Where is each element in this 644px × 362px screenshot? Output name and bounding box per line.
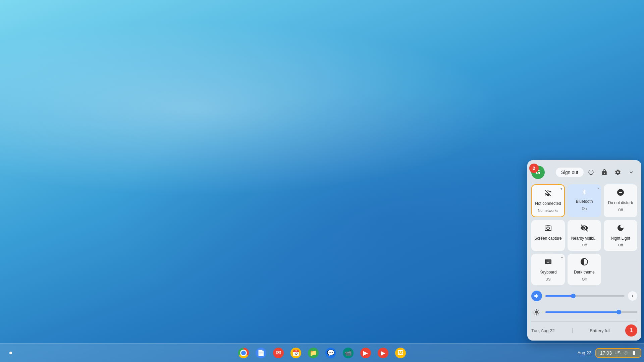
screen-capture-icon xyxy=(544,224,552,234)
taskbar-apps: 📄 ✉ 📅 📁 💬 📹 ▶ xyxy=(235,345,409,361)
dnd-tile[interactable]: Do not disturb Off xyxy=(604,184,637,217)
bluetooth-icon xyxy=(581,188,587,197)
messages-icon: 💬 xyxy=(325,348,336,358)
play-app[interactable]: ▶ xyxy=(358,345,374,361)
chrome-app[interactable] xyxy=(235,345,252,361)
keyboard-icon xyxy=(544,258,552,268)
notification-count-button[interactable]: 1 xyxy=(625,324,637,337)
meet-app[interactable]: 📹 xyxy=(340,345,356,361)
chrome-icon xyxy=(238,348,249,358)
launcher-icon xyxy=(9,352,12,354)
qs-separator: | xyxy=(572,327,573,334)
bluetooth-sublabel: On xyxy=(582,206,587,210)
battery-icon xyxy=(631,350,637,356)
play-icon: ▶ xyxy=(360,348,371,358)
wifi-expand-icon: ▾ xyxy=(560,187,562,191)
sign-out-button[interactable]: Sign out xyxy=(556,168,584,177)
messages-app[interactable]: 💬 xyxy=(323,345,339,361)
power-button[interactable] xyxy=(585,166,597,178)
settings-icon xyxy=(614,169,621,176)
brightness-slider-row xyxy=(531,305,637,319)
dnd-sublabel: Off xyxy=(618,208,623,212)
bluetooth-expand-icon: ▾ xyxy=(597,186,599,190)
keyboard-expand-icon: ▾ xyxy=(561,256,563,259)
qs-header: 2 G Sign out xyxy=(531,164,637,180)
dark-theme-sublabel: Off xyxy=(582,277,587,281)
gmail-icon: ✉ xyxy=(273,348,284,358)
desktop: 📄 ✉ 📅 📁 💬 📹 ▶ xyxy=(0,0,644,362)
qs-footer: Tue, Aug 22 | Battery full 1 xyxy=(531,321,637,337)
gmail-app[interactable]: ✉ xyxy=(270,345,286,361)
wifi-off-icon xyxy=(544,189,552,199)
keyboard-sublabel: US xyxy=(545,277,550,281)
screen-capture-tile[interactable]: Screen capture xyxy=(531,220,565,251)
screen-capture-label: Screen capture xyxy=(534,236,561,241)
dnd-icon xyxy=(616,188,625,198)
volume-expand-button[interactable] xyxy=(628,291,637,301)
youtube-icon: ▶ xyxy=(378,348,388,358)
bluetooth-label: Bluetooth xyxy=(576,199,593,204)
photos-app[interactable]: 🖼 xyxy=(392,345,409,361)
brightness-thumb[interactable] xyxy=(616,310,621,314)
chevron-down-icon xyxy=(628,169,635,176)
volume-thumb[interactable] xyxy=(571,294,576,298)
photos-icon: 🖼 xyxy=(395,348,406,358)
notification-number-text: 1 xyxy=(630,327,633,334)
docs-app[interactable]: 📄 xyxy=(253,345,269,361)
launcher-button[interactable] xyxy=(3,345,19,361)
clock-time: 17:03 xyxy=(600,350,612,356)
dark-theme-icon xyxy=(580,258,588,268)
user-avatar-container: 2 G xyxy=(531,166,545,179)
calendar-app[interactable]: 📅 xyxy=(288,345,304,361)
night-light-tile[interactable]: Night Light Off xyxy=(604,220,637,251)
qs-tiles: ▾ Not connected No networks ▾ xyxy=(531,184,637,285)
wifi-label: Not connected xyxy=(535,201,561,206)
volume-fill xyxy=(545,295,573,297)
qs-date: Tue, Aug 22 xyxy=(531,328,555,333)
taskbar-left xyxy=(3,345,19,361)
volume-slider[interactable] xyxy=(545,295,625,297)
bluetooth-tile[interactable]: ▾ Bluetooth On xyxy=(568,184,601,217)
nearby-visibility-tile[interactable]: Nearby visibi... Off xyxy=(568,220,601,251)
night-light-label: Night Light xyxy=(611,236,630,241)
settings-button[interactable] xyxy=(612,166,624,178)
meet-icon: 📹 xyxy=(343,348,354,358)
taskbar-locale: US xyxy=(614,350,621,355)
night-light-sublabel: Off xyxy=(618,243,623,247)
taskbar: 📄 ✉ 📅 📁 💬 📹 ▶ xyxy=(0,343,644,362)
wifi-icon xyxy=(623,350,629,356)
night-light-icon xyxy=(616,224,625,234)
files-app[interactable]: 📁 xyxy=(305,345,321,361)
nearby-visibility-label: Nearby visibi... xyxy=(571,236,598,241)
brightness-slider[interactable] xyxy=(545,311,637,313)
brightness-fill xyxy=(545,311,619,313)
qs-header-actions: Sign out xyxy=(556,166,637,178)
docs-icon: 📄 xyxy=(256,348,266,358)
nearby-visibility-sublabel: Off xyxy=(582,243,587,247)
dark-theme-label: Dark theme xyxy=(574,270,595,275)
quick-settings-panel: 2 G Sign out xyxy=(527,160,641,341)
clock-button[interactable]: 17:03 US xyxy=(595,348,641,358)
taskbar-date: Aug 22 xyxy=(575,349,594,357)
taskbar-system-tray: Aug 22 17:03 US xyxy=(575,348,641,358)
volume-slider-row xyxy=(531,289,637,303)
wifi-tile[interactable]: ▾ Not connected No networks xyxy=(531,184,565,217)
dark-theme-tile[interactable]: Dark theme Off xyxy=(568,254,601,285)
keyboard-label: Keyboard xyxy=(539,270,556,275)
calendar-icon: 📅 xyxy=(290,348,301,358)
keyboard-tile[interactable]: ▾ Keyboard US xyxy=(531,254,565,285)
volume-icon[interactable] xyxy=(531,291,542,301)
dnd-label: Do not disturb xyxy=(608,200,633,206)
youtube-app[interactable]: ▶ xyxy=(375,345,391,361)
qs-battery: Battery full xyxy=(590,328,610,333)
wifi-sublabel: No networks xyxy=(538,208,558,213)
brightness-icon[interactable] xyxy=(531,307,542,317)
power-icon xyxy=(588,169,594,176)
lock-icon xyxy=(601,169,608,176)
lock-button[interactable] xyxy=(598,166,610,178)
collapse-button[interactable] xyxy=(625,166,637,178)
files-icon: 📁 xyxy=(308,348,319,358)
nearby-visibility-icon xyxy=(580,224,588,234)
